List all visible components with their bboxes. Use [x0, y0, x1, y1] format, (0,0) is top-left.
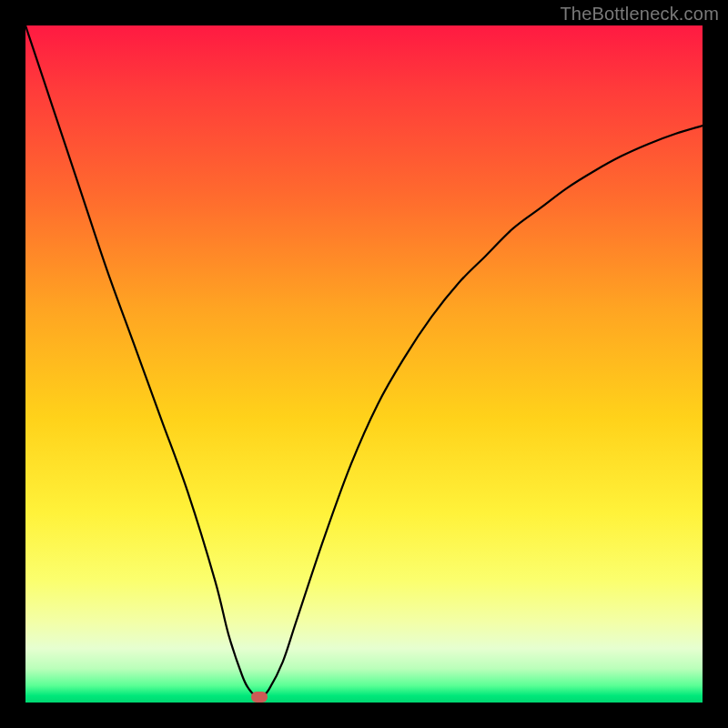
plot-area — [25, 25, 703, 703]
optimum-marker — [251, 692, 268, 703]
watermark-text: TheBottleneck.com — [560, 4, 719, 25]
chart-frame: TheBottleneck.com — [0, 0, 728, 728]
bottleneck-curve — [25, 25, 703, 703]
